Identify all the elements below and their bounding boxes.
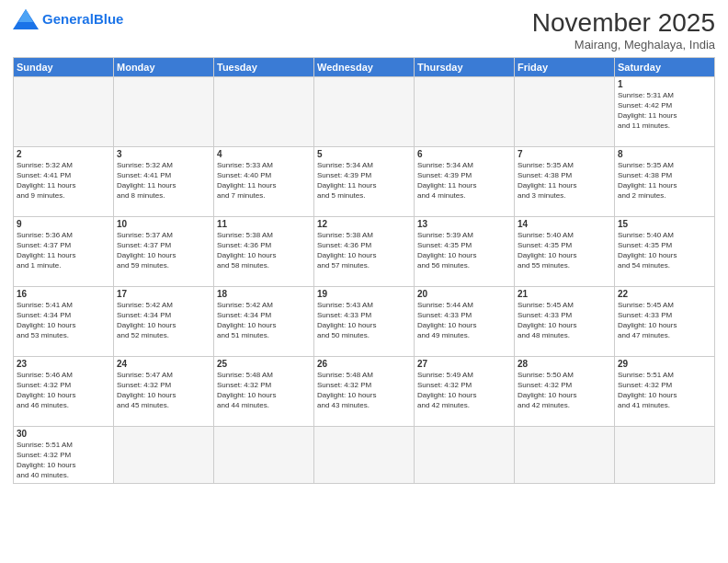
- table-row: [615, 426, 715, 483]
- table-row: [515, 426, 615, 483]
- table-row: 4Sunrise: 5:33 AM Sunset: 4:40 PM Daylig…: [214, 146, 314, 216]
- day-number: 27: [417, 359, 511, 369]
- header-sunday: Sunday: [14, 57, 114, 76]
- day-info: Sunrise: 5:50 AM Sunset: 4:32 PM Dayligh…: [518, 370, 611, 411]
- svg-marker-1: [18, 9, 33, 22]
- table-row: 27Sunrise: 5:49 AM Sunset: 4:32 PM Dayli…: [415, 356, 515, 426]
- day-info: Sunrise: 5:32 AM Sunset: 4:41 PM Dayligh…: [17, 160, 110, 201]
- table-row: 22Sunrise: 5:45 AM Sunset: 4:33 PM Dayli…: [615, 286, 715, 356]
- table-row: 30Sunrise: 5:51 AM Sunset: 4:32 PM Dayli…: [14, 426, 114, 483]
- table-row: 8Sunrise: 5:35 AM Sunset: 4:38 PM Daylig…: [615, 146, 715, 216]
- header-saturday: Saturday: [615, 57, 715, 76]
- day-number: 3: [117, 149, 210, 159]
- table-row: [314, 426, 415, 483]
- table-row: 28Sunrise: 5:50 AM Sunset: 4:32 PM Dayli…: [515, 356, 615, 426]
- header-wednesday: Wednesday: [314, 57, 415, 76]
- header-thursday: Thursday: [415, 57, 515, 76]
- day-info: Sunrise: 5:48 AM Sunset: 4:32 PM Dayligh…: [217, 370, 311, 411]
- day-number: 7: [518, 149, 611, 159]
- day-info: Sunrise: 5:49 AM Sunset: 4:32 PM Dayligh…: [417, 370, 511, 411]
- day-number: 23: [17, 359, 110, 369]
- day-number: 18: [217, 289, 311, 299]
- table-row: [14, 76, 114, 146]
- day-number: 21: [518, 289, 611, 299]
- table-row: 7Sunrise: 5:35 AM Sunset: 4:38 PM Daylig…: [515, 146, 615, 216]
- weekday-header-row: Sunday Monday Tuesday Wednesday Thursday…: [14, 57, 715, 76]
- day-info: Sunrise: 5:45 AM Sunset: 4:33 PM Dayligh…: [518, 300, 611, 341]
- day-number: 11: [217, 219, 311, 229]
- day-number: 4: [217, 149, 311, 159]
- day-info: Sunrise: 5:33 AM Sunset: 4:40 PM Dayligh…: [217, 160, 311, 201]
- day-number: 2: [17, 149, 110, 159]
- table-row: [114, 76, 214, 146]
- table-row: 17Sunrise: 5:42 AM Sunset: 4:34 PM Dayli…: [114, 286, 214, 356]
- day-info: Sunrise: 5:35 AM Sunset: 4:38 PM Dayligh…: [618, 160, 711, 201]
- table-row: 13Sunrise: 5:39 AM Sunset: 4:35 PM Dayli…: [415, 216, 515, 286]
- logo-blue-text: Blue: [94, 11, 124, 27]
- day-info: Sunrise: 5:45 AM Sunset: 4:33 PM Dayligh…: [618, 300, 711, 341]
- table-row: 1Sunrise: 5:31 AM Sunset: 4:42 PM Daylig…: [615, 76, 715, 146]
- table-row: 14Sunrise: 5:40 AM Sunset: 4:35 PM Dayli…: [515, 216, 615, 286]
- calendar-row: 30Sunrise: 5:51 AM Sunset: 4:32 PM Dayli…: [14, 426, 715, 483]
- day-number: 30: [17, 429, 110, 439]
- day-info: Sunrise: 5:48 AM Sunset: 4:32 PM Dayligh…: [317, 370, 411, 411]
- table-row: 20Sunrise: 5:44 AM Sunset: 4:33 PM Dayli…: [415, 286, 515, 356]
- table-row: 3Sunrise: 5:32 AM Sunset: 4:41 PM Daylig…: [114, 146, 214, 216]
- day-info: Sunrise: 5:35 AM Sunset: 4:38 PM Dayligh…: [518, 160, 611, 201]
- day-number: 22: [618, 289, 711, 299]
- day-number: 5: [317, 149, 411, 159]
- day-info: Sunrise: 5:51 AM Sunset: 4:32 PM Dayligh…: [618, 370, 711, 411]
- table-row: [114, 426, 214, 483]
- day-number: 10: [117, 219, 210, 229]
- day-number: 13: [417, 219, 511, 229]
- day-info: Sunrise: 5:34 AM Sunset: 4:39 PM Dayligh…: [317, 160, 411, 201]
- table-row: 5Sunrise: 5:34 AM Sunset: 4:39 PM Daylig…: [314, 146, 415, 216]
- logo-icon: [13, 9, 39, 29]
- header-tuesday: Tuesday: [214, 57, 314, 76]
- day-info: Sunrise: 5:38 AM Sunset: 4:36 PM Dayligh…: [317, 230, 411, 271]
- table-row: 29Sunrise: 5:51 AM Sunset: 4:32 PM Dayli…: [615, 356, 715, 426]
- day-info: Sunrise: 5:41 AM Sunset: 4:34 PM Dayligh…: [17, 300, 110, 341]
- table-row: [314, 76, 415, 146]
- location-title: Mairang, Meghalaya, India: [532, 38, 715, 52]
- calendar-row: 16Sunrise: 5:41 AM Sunset: 4:34 PM Dayli…: [14, 286, 715, 356]
- day-number: 12: [317, 219, 411, 229]
- table-row: [415, 426, 515, 483]
- day-number: 19: [317, 289, 411, 299]
- table-row: 26Sunrise: 5:48 AM Sunset: 4:32 PM Dayli…: [314, 356, 415, 426]
- table-row: 15Sunrise: 5:40 AM Sunset: 4:35 PM Dayli…: [615, 216, 715, 286]
- table-row: 11Sunrise: 5:38 AM Sunset: 4:36 PM Dayli…: [214, 216, 314, 286]
- table-row: 24Sunrise: 5:47 AM Sunset: 4:32 PM Dayli…: [114, 356, 214, 426]
- day-info: Sunrise: 5:42 AM Sunset: 4:34 PM Dayligh…: [117, 300, 210, 341]
- header-monday: Monday: [114, 57, 214, 76]
- day-number: 8: [618, 149, 711, 159]
- table-row: 18Sunrise: 5:42 AM Sunset: 4:34 PM Dayli…: [214, 286, 314, 356]
- day-number: 26: [317, 359, 411, 369]
- table-row: 19Sunrise: 5:43 AM Sunset: 4:33 PM Dayli…: [314, 286, 415, 356]
- day-number: 25: [217, 359, 311, 369]
- day-info: Sunrise: 5:47 AM Sunset: 4:32 PM Dayligh…: [117, 370, 210, 411]
- day-number: 17: [117, 289, 210, 299]
- logo: GeneralBlue: [13, 9, 123, 29]
- day-info: Sunrise: 5:51 AM Sunset: 4:32 PM Dayligh…: [17, 440, 110, 481]
- day-info: Sunrise: 5:44 AM Sunset: 4:33 PM Dayligh…: [417, 300, 511, 341]
- title-block: November 2025 Mairang, Meghalaya, India: [532, 9, 715, 52]
- day-number: 20: [417, 289, 511, 299]
- day-number: 9: [17, 219, 110, 229]
- table-row: [214, 76, 314, 146]
- table-row: [415, 76, 515, 146]
- day-number: 28: [518, 359, 611, 369]
- day-info: Sunrise: 5:38 AM Sunset: 4:36 PM Dayligh…: [217, 230, 311, 271]
- table-row: 25Sunrise: 5:48 AM Sunset: 4:32 PM Dayli…: [214, 356, 314, 426]
- logo-text: GeneralBlue: [42, 12, 123, 28]
- day-info: Sunrise: 5:39 AM Sunset: 4:35 PM Dayligh…: [417, 230, 511, 271]
- day-info: Sunrise: 5:37 AM Sunset: 4:37 PM Dayligh…: [117, 230, 210, 271]
- day-info: Sunrise: 5:43 AM Sunset: 4:33 PM Dayligh…: [317, 300, 411, 341]
- day-info: Sunrise: 5:46 AM Sunset: 4:32 PM Dayligh…: [17, 370, 110, 411]
- day-info: Sunrise: 5:42 AM Sunset: 4:34 PM Dayligh…: [217, 300, 311, 341]
- table-row: 16Sunrise: 5:41 AM Sunset: 4:34 PM Dayli…: [14, 286, 114, 356]
- calendar-row: 1Sunrise: 5:31 AM Sunset: 4:42 PM Daylig…: [14, 76, 715, 146]
- page: GeneralBlue November 2025 Mairang, Megha…: [0, 0, 728, 563]
- table-row: 21Sunrise: 5:45 AM Sunset: 4:33 PM Dayli…: [515, 286, 615, 356]
- table-row: 9Sunrise: 5:36 AM Sunset: 4:37 PM Daylig…: [14, 216, 114, 286]
